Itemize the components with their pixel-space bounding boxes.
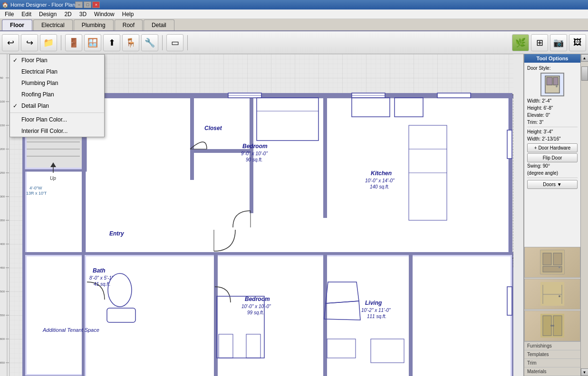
dropdown-separator — [10, 113, 104, 113]
door-thumb-svg-1 — [538, 249, 567, 275]
tool-options-title: Tool Options — [536, 56, 568, 61]
dropdown-item-detail-plan[interactable]: Detail Plan — [10, 100, 104, 112]
toolbar-furniture[interactable]: 🪑 — [122, 34, 139, 51]
svg-rect-52 — [190, 94, 194, 180]
svg-text:9'-0" x 10'-0": 9'-0" x 10'-0" — [241, 151, 268, 156]
svg-rect-63 — [86, 256, 511, 376]
door-style-preview[interactable] — [540, 73, 564, 96]
height-row: Height: 6'-8" — [527, 105, 578, 111]
dropdown-menu: Floor Plan Electrical Plan Plumbing Plan… — [10, 54, 105, 137]
toolbar-render[interactable]: 🖼 — [569, 34, 586, 51]
svg-rect-146 — [543, 316, 551, 336]
svg-text:140 sq.ft.: 140 sq.ft. — [370, 184, 389, 189]
menu-2d[interactable]: 2D — [60, 10, 75, 19]
toolbar-redo[interactable]: ↪ — [21, 34, 38, 51]
svg-text:Kitchen: Kitchen — [371, 170, 392, 177]
door-thumb-1[interactable] — [524, 247, 580, 278]
bottom-tab-templates[interactable]: Templates — [524, 350, 580, 359]
dropdown-item-roofing-plan[interactable]: Roofing Plan — [10, 89, 104, 100]
menu-window[interactable]: Window — [90, 10, 118, 19]
separator2 — [527, 178, 578, 178]
dropdown-item-floor-plan[interactable]: Floor Plan — [10, 55, 104, 66]
svg-rect-137 — [553, 253, 562, 265]
toolbar-window[interactable]: 🪟 — [84, 34, 101, 51]
close-button[interactable]: × — [92, 1, 100, 8]
menu-bar: File Edit Design 2D 3D Window Help — [0, 9, 588, 19]
tab-roof[interactable]: Roof — [115, 19, 143, 30]
dropdown-item-plumbing-plan[interactable]: Plumbing Plan — [10, 77, 104, 89]
door-style-label: Door Style: — [527, 66, 550, 71]
toolbar-floorplan[interactable]: ⊞ — [531, 34, 548, 51]
height2-label: Height: 3'-4" — [527, 129, 553, 134]
svg-text:10'-0" x 14'-0": 10'-0" x 14'-0" — [365, 178, 395, 183]
toolbar-wall[interactable]: ▭ — [166, 34, 183, 51]
svg-text:Up: Up — [50, 176, 56, 181]
toolbar-undo[interactable]: ↩ — [2, 34, 19, 51]
svg-point-149 — [552, 325, 554, 327]
scroll-thumb[interactable] — [581, 66, 588, 81]
toolbar-sep2 — [162, 35, 163, 50]
dropdown-item-floor-plan-color[interactable]: Floor Plan Color... — [10, 114, 104, 125]
dropdown-item-electrical-plan[interactable]: Electrical Plan — [10, 66, 104, 77]
tab-bar: Floor Electrical Plumbing Roof Detail — [0, 19, 588, 31]
tab-electrical[interactable]: Electrical — [33, 19, 73, 30]
dropdown-item-interior-fill-color[interactable]: Interior Fill Color... — [10, 125, 104, 137]
swing-label: Swing: 90° — [527, 163, 550, 169]
tool-options-header: Tool Options — [524, 54, 580, 63]
toolbar-door[interactable]: 🚪 — [65, 34, 82, 51]
bottom-tab-materials[interactable]: Materials — [524, 367, 580, 376]
door-hardware-button[interactable]: + Door Hardware — [527, 143, 578, 152]
menu-edit[interactable]: Edit — [18, 10, 35, 19]
svg-text:400: 400 — [0, 243, 5, 245]
door-thumb-3[interactable] — [524, 310, 580, 341]
svg-rect-140 — [540, 282, 564, 306]
svg-text:650: 650 — [0, 361, 5, 364]
svg-rect-136 — [543, 253, 551, 265]
scroll-down-button[interactable]: ▼ — [581, 368, 588, 376]
separator1 — [527, 127, 578, 127]
menu-file[interactable]: File — [1, 10, 18, 19]
toolbar-sep3 — [187, 35, 188, 50]
drawing-area[interactable]: Up 4'-0"W 13R x 10'T — [10, 54, 523, 376]
svg-text:250: 250 — [0, 171, 5, 174]
toolbar-stairs[interactable]: ⬆ — [103, 34, 120, 51]
bottom-tabs: Furnishings Templates Trim Materials — [524, 341, 580, 376]
elevate-label: Elevate: 0" — [527, 113, 550, 118]
toolbar-fixture[interactable]: 🔧 — [141, 34, 158, 51]
svg-point-139 — [559, 266, 560, 268]
height-label: Height: 6'-8" — [527, 105, 553, 111]
width2-label: Width: 2'-13/16" — [527, 136, 561, 141]
doors-dropdown-button[interactable]: Doors ▼ — [527, 180, 578, 189]
svg-text:600: 600 — [0, 338, 5, 340]
svg-text:99 sq.ft.: 99 sq.ft. — [247, 310, 264, 315]
trim-row: Trim: 3" — [527, 120, 578, 125]
tab-plumbing[interactable]: Plumbing — [74, 19, 114, 30]
menu-3d[interactable]: 3D — [76, 10, 90, 19]
width2-row: Width: 2'-13/16" — [527, 136, 578, 141]
svg-text:100: 100 — [0, 100, 5, 103]
minimize-button[interactable]: − — [75, 1, 83, 8]
maximize-button[interactable]: □ — [84, 1, 91, 8]
scroll-up-button[interactable]: ▲ — [581, 54, 588, 62]
svg-text:10'-2" x 11'-0": 10'-2" x 11'-0" — [361, 308, 391, 313]
toolbar-folder[interactable]: 📁 — [40, 34, 57, 51]
svg-text:8'-0" x 5'-1": 8'-0" x 5'-1" — [89, 275, 114, 281]
bottom-tab-furnishings[interactable]: Furnishings — [524, 342, 580, 350]
svg-text:90 sq.ft.: 90 sq.ft. — [246, 157, 263, 162]
svg-text:450: 450 — [0, 266, 5, 269]
menu-design[interactable]: Design — [35, 10, 60, 19]
scroll-track[interactable] — [581, 62, 588, 368]
tab-floor[interactable]: Floor — [2, 19, 32, 30]
svg-text:500: 500 — [0, 290, 5, 293]
toolbar-3d-view[interactable]: 🌿 — [512, 34, 529, 51]
door-thumb-2[interactable] — [524, 279, 580, 310]
tab-detail[interactable]: Detail — [144, 19, 174, 30]
flip-door-button[interactable]: Flip Door — [527, 153, 578, 162]
toolbar: ↩ ↪ 📁 🚪 🪟 ⬆ 🪑 🔧 ▭ 🌿 ⊞ 📷 🖼 — [0, 31, 588, 54]
menu-help[interactable]: Help — [118, 10, 138, 19]
tool-options-content: Door Style: Width: 2'-4" Height: 6'-8" E… — [524, 63, 580, 247]
svg-text:200: 200 — [0, 148, 5, 150]
bottom-tab-trim[interactable]: Trim — [524, 359, 580, 367]
toolbar-camera[interactable]: 📷 — [550, 34, 567, 51]
swing-row: Swing: 90° — [527, 163, 578, 169]
